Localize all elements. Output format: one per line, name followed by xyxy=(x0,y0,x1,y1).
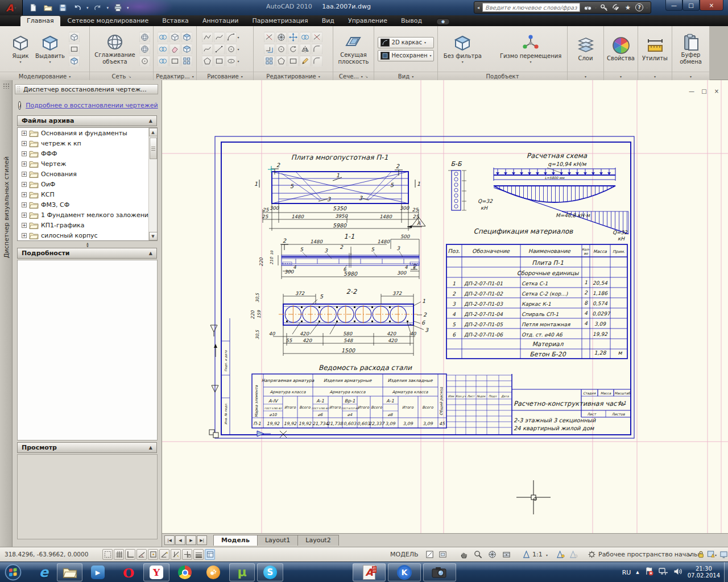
preview-header[interactable]: Просмотр▲ xyxy=(17,442,157,453)
scale-dropdown-icon[interactable]: ▾ xyxy=(546,553,548,557)
annotation-scale-value[interactable]: 1:1 xyxy=(532,551,543,558)
expand-icon[interactable]: + xyxy=(22,131,27,136)
doc-close-icon[interactable]: × xyxy=(712,88,721,94)
tree-item[interactable]: +четреж к кп xyxy=(18,138,157,148)
redo-dropdown-icon[interactable]: ▾ xyxy=(107,6,109,10)
panel-label-modify[interactable]: Редактирование▾ xyxy=(254,72,333,80)
infocenter-collapse-icon[interactable]: ◂ xyxy=(477,5,479,10)
tree-item[interactable]: +КП1-графика xyxy=(18,220,157,230)
visual-style-dropdown[interactable]: 2D каркас▾ xyxy=(378,37,435,48)
language-indicator[interactable]: RU xyxy=(622,569,631,576)
clean-screen-icon[interactable] xyxy=(718,549,728,560)
expand-icon[interactable]: + xyxy=(22,192,27,197)
extract-edges-icon[interactable] xyxy=(181,56,192,66)
archive-files-header[interactable]: Файлы архива▲ xyxy=(17,115,157,126)
redo-icon[interactable] xyxy=(92,3,104,13)
start-button[interactable] xyxy=(1,563,25,581)
autoscale-icon[interactable] xyxy=(568,549,579,560)
doc-minimize-icon[interactable]: — xyxy=(687,88,696,94)
extrude-tool-button[interactable]: Выдавить ▾ xyxy=(34,34,67,64)
arc-icon[interactable] xyxy=(226,32,237,43)
ellipse-dropdown-icon[interactable]: ▾ xyxy=(238,59,249,63)
3dalign-icon[interactable] xyxy=(276,44,287,55)
save-icon[interactable] xyxy=(57,3,68,13)
circle-dropdown-icon[interactable]: ▾ xyxy=(238,47,249,51)
expand-icon[interactable]: + xyxy=(22,213,27,218)
interfere-icon[interactable] xyxy=(158,56,168,66)
ducs-toggle-icon[interactable] xyxy=(171,549,181,560)
dyn-toggle-icon[interactable] xyxy=(182,549,192,560)
tab-annotacii[interactable]: Аннотации xyxy=(196,16,245,26)
panel-label-draw[interactable]: Рисование▾ xyxy=(197,72,253,80)
communication-center-icon[interactable] xyxy=(611,3,621,12)
layout-icon[interactable] xyxy=(437,549,448,560)
smooth-less-icon[interactable] xyxy=(139,44,150,55)
osnap-toggle-icon[interactable] xyxy=(148,549,158,560)
expand-icon[interactable]: + xyxy=(22,161,27,167)
ellipse-icon[interactable] xyxy=(226,56,237,66)
gom-player-icon[interactable] xyxy=(202,563,225,581)
tree-item[interactable]: +ФФФ xyxy=(18,148,157,159)
camera-app-icon[interactable] xyxy=(423,563,456,581)
thicken-icon[interactable] xyxy=(169,44,180,55)
smooth-object-button[interactable]: Сглаживание объекта xyxy=(93,32,136,65)
section-plane-button[interactable]: Секущая плоскость xyxy=(337,32,371,65)
yandex-browser-icon[interactable]: Y xyxy=(143,563,169,581)
stretch-icon[interactable] xyxy=(288,56,299,66)
fillet-icon[interactable] xyxy=(312,44,322,55)
chamfer-icon[interactable] xyxy=(312,56,322,66)
panel-label-layers[interactable]: ▾ xyxy=(568,72,603,80)
tab-setevoe-modelirovanie[interactable]: Сетевое моделирование xyxy=(61,16,155,26)
tab-glavnaya[interactable]: Главная xyxy=(20,16,60,26)
skype-icon[interactable]: S xyxy=(257,563,283,581)
tab-vyvod[interactable]: Вывод xyxy=(395,16,428,26)
box-tool-button[interactable]: Ящик ▾ xyxy=(10,34,31,64)
tree-item[interactable]: +Основания xyxy=(18,169,157,179)
zoom-icon[interactable] xyxy=(472,549,483,560)
tree-item[interactable]: +Основания и фундаменты xyxy=(18,128,157,138)
internet-explorer-icon[interactable]: e xyxy=(32,563,55,581)
tab-vid[interactable]: Вид xyxy=(316,16,341,26)
3drotate-icon[interactable] xyxy=(276,32,287,43)
qat-customize-icon[interactable]: ▾ xyxy=(127,6,129,10)
view-dropdown[interactable]: Несохранен▾ xyxy=(378,50,435,61)
utilities-button[interactable]: Утилиты xyxy=(640,36,669,62)
palette-title-bar[interactable]: Диспетчер восстановления чертеж... xyxy=(15,84,158,94)
panel-label-clipboard[interactable]: ▾ xyxy=(672,72,709,80)
smooth-more-icon[interactable] xyxy=(139,32,150,43)
open-file-icon[interactable] xyxy=(42,3,53,13)
chrome-icon[interactable] xyxy=(173,563,196,581)
lock-icon[interactable] xyxy=(695,549,706,560)
planar-surface-icon[interactable] xyxy=(69,44,80,55)
tree-item[interactable]: +ОиФ xyxy=(18,179,157,189)
media-player-icon[interactable]: ▶ xyxy=(86,563,109,581)
ortho-toggle-icon[interactable] xyxy=(125,549,135,560)
no-filter-button[interactable]: Без фильтра ▾ xyxy=(442,34,483,64)
panel-label-subobject[interactable]: Подобъект xyxy=(438,72,567,80)
expand-icon[interactable]: + xyxy=(22,202,27,207)
ribbon-minimize-icon[interactable]: ● xyxy=(436,18,450,25)
grid-toggle-icon[interactable] xyxy=(114,549,124,560)
polygon-icon[interactable] xyxy=(202,56,213,66)
help-dropdown-icon[interactable]: ▾ xyxy=(646,6,648,10)
panel-label-mesh[interactable]: Сеть↘ xyxy=(90,72,153,80)
annotation-visibility-icon[interactable] xyxy=(555,549,566,560)
workspace-dropdown-icon[interactable]: ▾ xyxy=(689,553,691,557)
action-center-flag-icon[interactable] xyxy=(644,567,653,578)
application-menu-button[interactable]: A ▾ xyxy=(0,0,23,15)
tray-clock[interactable]: 21:30 07.02.2014 xyxy=(688,566,720,579)
doc-restore-icon[interactable]: □ xyxy=(700,88,709,94)
tree-scrollbar[interactable]: ▲ ▼ xyxy=(148,128,157,240)
intersect-icon[interactable] xyxy=(181,32,192,43)
tree-item[interactable]: +КСП xyxy=(18,189,157,199)
break-icon[interactable] xyxy=(312,32,322,43)
move-gizmo-button[interactable]: Гизмо перемещения ▾ xyxy=(498,34,563,64)
smooth-refine-icon[interactable] xyxy=(139,56,150,66)
panel-label-properties[interactable]: ▾ xyxy=(604,72,638,80)
clipboard-button[interactable]: Буфер обмена xyxy=(678,32,704,65)
trim-icon[interactable] xyxy=(264,32,275,43)
panel-label-utilities[interactable]: ▾ xyxy=(638,72,672,80)
new-file-icon[interactable] xyxy=(27,3,39,13)
circle-icon[interactable] xyxy=(226,44,237,55)
subtract-icon[interactable] xyxy=(169,32,180,43)
